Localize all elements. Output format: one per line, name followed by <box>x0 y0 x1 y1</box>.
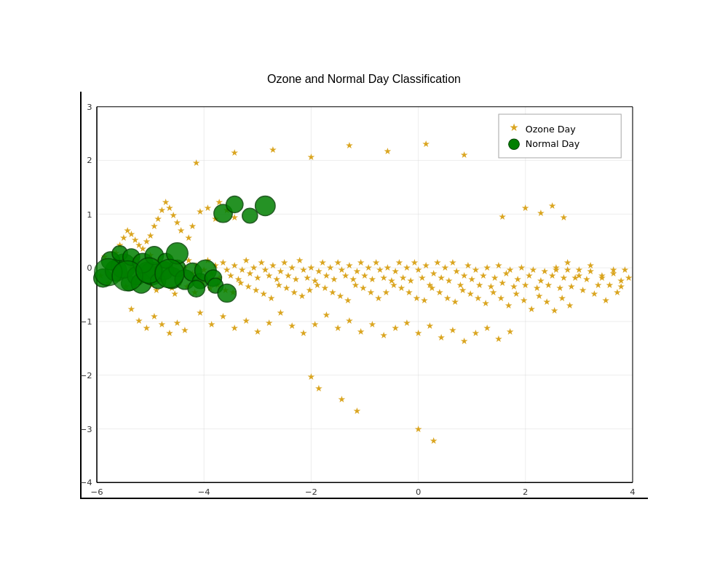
svg-text:−2: −2 <box>305 487 317 497</box>
svg-text:★: ★ <box>143 322 151 333</box>
svg-text:★: ★ <box>338 394 346 404</box>
svg-text:★: ★ <box>368 319 376 330</box>
svg-text:★: ★ <box>483 322 491 333</box>
svg-text:★: ★ <box>265 317 273 328</box>
svg-text:★: ★ <box>288 320 296 331</box>
svg-text:★: ★ <box>528 303 536 314</box>
svg-text:★: ★ <box>314 383 323 394</box>
svg-text:★: ★ <box>353 405 361 416</box>
svg-text:★: ★ <box>345 315 353 326</box>
svg-text:4: 4 <box>630 487 635 497</box>
svg-text:2: 2 <box>523 487 528 497</box>
svg-text:★: ★ <box>380 330 388 340</box>
svg-text:★: ★ <box>334 322 342 333</box>
svg-text:★: ★ <box>185 232 193 243</box>
svg-text:★: ★ <box>506 326 514 337</box>
svg-text:★: ★ <box>196 307 204 318</box>
svg-text:Ozone Day: Ozone Day <box>526 124 577 135</box>
svg-text:−6: −6 <box>91 487 103 497</box>
svg-text:★: ★ <box>344 295 352 306</box>
chart-container: Ozone and Normal Day Classification <box>80 73 648 509</box>
svg-text:★: ★ <box>384 146 392 156</box>
svg-text:−2: −2 <box>80 370 92 380</box>
svg-text:★: ★ <box>219 311 227 322</box>
svg-text:★: ★ <box>537 207 545 218</box>
svg-text:★: ★ <box>323 310 331 321</box>
svg-text:★: ★ <box>171 289 179 300</box>
svg-text:★: ★ <box>231 322 239 333</box>
svg-text:★: ★ <box>165 327 173 338</box>
svg-text:−1: −1 <box>80 316 92 327</box>
svg-text:★: ★ <box>451 296 459 307</box>
svg-text:★: ★ <box>625 272 633 283</box>
svg-text:Normal Day: Normal Day <box>526 139 580 150</box>
svg-text:★: ★ <box>586 260 594 271</box>
svg-text:★: ★ <box>307 371 315 382</box>
svg-text:★: ★ <box>579 284 587 295</box>
svg-point-357 <box>509 139 520 149</box>
svg-text:★: ★ <box>566 300 574 311</box>
plot-area: −6 −4 −2 0 2 4 3 2 1 0 −1 −2 −3 −4 ★★★ <box>80 92 648 499</box>
svg-text:1: 1 <box>87 210 92 220</box>
svg-text:★: ★ <box>207 319 215 330</box>
svg-point-350 <box>256 196 275 216</box>
svg-text:★: ★ <box>391 322 399 333</box>
scatter-plot: −6 −4 −2 0 2 4 3 2 1 0 −1 −2 −3 −4 ★★★ <box>82 92 648 498</box>
svg-text:★: ★ <box>422 138 430 149</box>
svg-text:★: ★ <box>552 265 560 276</box>
svg-text:★: ★ <box>414 424 422 435</box>
svg-text:0: 0 <box>416 487 421 497</box>
svg-text:0: 0 <box>87 263 92 273</box>
svg-text:★: ★ <box>575 270 583 281</box>
svg-text:★: ★ <box>602 295 610 306</box>
svg-text:★: ★ <box>560 212 568 223</box>
svg-text:★: ★ <box>505 300 513 311</box>
svg-text:★: ★ <box>550 305 558 316</box>
svg-text:★: ★ <box>499 277 507 288</box>
svg-point-348 <box>226 196 243 213</box>
svg-text:★: ★ <box>192 157 200 168</box>
svg-text:★: ★ <box>545 279 553 290</box>
svg-text:★: ★ <box>609 265 617 276</box>
svg-text:★: ★ <box>460 335 468 346</box>
svg-text:★: ★ <box>437 332 445 343</box>
svg-text:★: ★ <box>448 324 456 335</box>
svg-text:★: ★ <box>499 211 507 222</box>
svg-text:★: ★ <box>430 435 438 446</box>
svg-text:★: ★ <box>269 144 277 155</box>
svg-text:★: ★ <box>231 147 239 158</box>
svg-text:★: ★ <box>509 121 518 133</box>
svg-text:★: ★ <box>460 149 468 160</box>
svg-point-351 <box>188 280 205 297</box>
svg-text:★: ★ <box>277 307 285 318</box>
svg-text:★: ★ <box>253 326 261 337</box>
svg-text:2: 2 <box>87 155 92 165</box>
svg-text:★: ★ <box>598 272 606 283</box>
svg-text:★: ★ <box>311 319 319 330</box>
svg-point-353 <box>218 284 236 303</box>
svg-text:★: ★ <box>204 202 212 213</box>
svg-text:−4: −4 <box>80 478 92 488</box>
svg-text:★: ★ <box>267 292 275 303</box>
svg-text:★: ★ <box>494 334 502 345</box>
svg-text:★: ★ <box>414 327 422 338</box>
svg-text:★: ★ <box>189 221 197 232</box>
svg-point-349 <box>242 208 258 223</box>
svg-text:★: ★ <box>548 200 556 211</box>
svg-text:★: ★ <box>481 298 489 308</box>
svg-text:★: ★ <box>521 202 529 213</box>
svg-text:−4: −4 <box>198 487 210 497</box>
svg-text:★: ★ <box>426 320 434 331</box>
svg-point-346 <box>155 259 184 287</box>
svg-text:★: ★ <box>307 152 315 163</box>
svg-text:★: ★ <box>472 327 480 338</box>
svg-text:★: ★ <box>345 140 353 151</box>
svg-text:★: ★ <box>406 275 414 286</box>
svg-text:★: ★ <box>181 324 189 335</box>
svg-text:3: 3 <box>87 102 92 112</box>
svg-text:★: ★ <box>357 326 365 337</box>
svg-text:★: ★ <box>475 279 483 290</box>
svg-text:★: ★ <box>420 295 428 306</box>
svg-text:★: ★ <box>127 303 135 314</box>
chart-title: Ozone and Normal Day Classification <box>80 73 648 86</box>
